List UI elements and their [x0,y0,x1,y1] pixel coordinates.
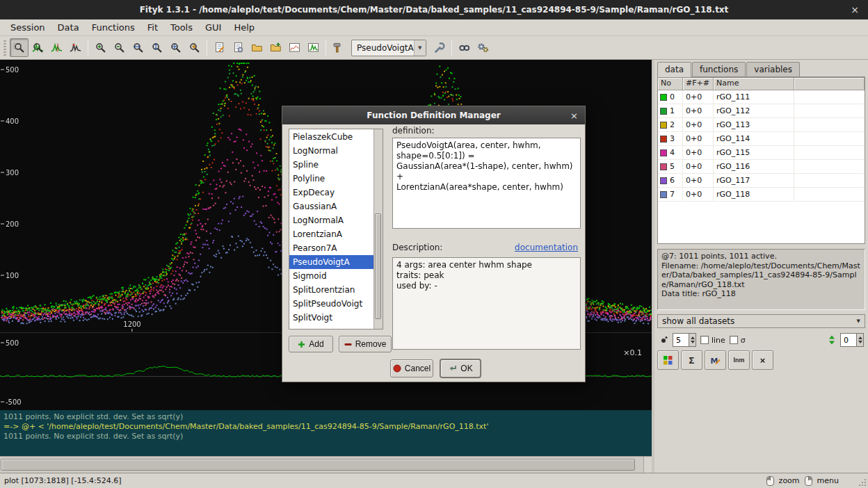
definition-textarea[interactable]: PseudoVoigtA(area, center, hwhm, shape=0… [392,138,581,229]
function-list-item[interactable]: Polyline [289,172,373,186]
dataset-row[interactable]: 10+0rGO_112 [658,104,865,118]
zoom-y-button[interactable] [147,38,166,57]
dataset-row[interactable]: 00+0rGO_111 [658,90,865,104]
scrollbar-thumb[interactable] [375,213,381,319]
add-function-button[interactable]: Add [289,336,333,352]
dataset-color-swatch[interactable] [660,177,667,184]
menu-item-tools[interactable]: Tools [164,20,199,35]
define-function-button[interactable] [430,38,449,57]
dataset-row[interactable]: 60+0rGO_117 [658,174,865,188]
zoom-previous-button[interactable] [185,38,204,57]
ok-button[interactable]: OK [440,359,481,377]
function-list-item[interactable]: PielaszekCube [289,130,373,144]
point-size-spinner[interactable]: 5 [673,333,696,347]
dataset-row[interactable]: 30+0rGO_114 [658,132,865,146]
dataset-row[interactable]: 70+0rGO_118 [658,188,865,202]
range-mode-button[interactable] [29,38,47,57]
baseline-mode-button[interactable] [66,38,85,57]
column-header-2[interactable]: Name [714,78,794,90]
dataset-color-swatch[interactable] [660,122,667,129]
data-transform-button[interactable] [329,38,348,57]
run-script-button[interactable] [229,38,248,57]
sum-datasets-button[interactable]: Σ [681,350,702,370]
dataset-row[interactable]: 50+0rGO_116 [658,160,865,174]
function-list-item[interactable]: LorentzianA [289,227,373,241]
edit-script-button[interactable] [210,38,229,57]
sidebar-tab-data[interactable]: data [657,62,691,77]
function-list-item[interactable]: LogNormal [289,144,373,158]
menu-item-functions[interactable]: Functions [86,20,141,35]
function-list-item[interactable]: ExpDecay [289,186,373,200]
zoom-x-button[interactable] [129,38,147,57]
dataset-row[interactable]: 20+0rGO_113 [658,118,865,132]
menu-item-fit[interactable]: Fit [141,20,164,35]
add-peak-mode-button[interactable] [47,38,66,57]
spin-up-icon[interactable] [691,336,695,339]
dataset-color-swatch[interactable] [660,136,667,143]
function-list-item[interactable]: Sigmoid [289,269,373,283]
resize-grip-icon[interactable] [858,478,867,487]
cancel-button[interactable]: Cancel [390,359,433,377]
dataset-colors-button[interactable] [657,350,679,370]
console[interactable]: 1011 points. No explicit std. dev. Set a… [0,410,652,456]
run-fit-button[interactable] [474,38,492,57]
edit-data-button[interactable]: M [705,350,726,370]
dataset-name-cell: rGO_112 [714,104,794,117]
horizontal-scrollbar[interactable] [0,456,652,473]
function-list-item[interactable]: GaussianA [289,200,373,213]
function-list-item[interactable]: SplitLorentzian [289,283,373,297]
function-list-item[interactable]: Pearson7A [289,241,373,255]
dialog-title-bar[interactable]: Function Definition Manager × [282,106,585,124]
transform-data-button[interactable]: lnm [728,350,750,370]
function-list-item[interactable]: SplitVoigt [289,311,373,325]
spin-down-icon[interactable] [691,341,695,343]
remove-function-button[interactable]: Remove [339,336,392,352]
chevron-down-icon[interactable]: ▼ [414,40,426,56]
spin-down-icon[interactable] [858,341,862,343]
dataset-color-swatch[interactable] [660,94,667,101]
line-checkbox[interactable]: line [700,336,725,345]
sidebar-tab-functions[interactable]: functions [692,62,746,77]
documentation-link[interactable]: documentation [515,243,578,252]
column-header-1[interactable]: #F+# [683,78,714,90]
menu-item-session[interactable]: Session [4,20,51,35]
function-list-scrollbar[interactable] [373,129,383,329]
dataset-color-swatch[interactable] [660,149,667,156]
open-data-button[interactable] [248,38,266,57]
export-peaks-button[interactable] [304,38,323,57]
function-type-combo[interactable]: PseudoVoigtA▼ [351,40,426,56]
column-header-0[interactable]: No [658,78,683,90]
delete-dataset-button[interactable]: × [752,350,773,370]
checkbox-box[interactable] [730,336,738,344]
toolbar-grip[interactable] [3,40,6,56]
sigma-checkbox[interactable]: σ [730,336,746,345]
show-datasets-combo[interactable]: show all datasets ▼ [657,314,865,328]
sidebar-tab-variables[interactable]: variables [746,62,800,77]
guess-peak-button[interactable] [455,38,474,57]
dataset-row[interactable]: 40+0rGO_115 [658,146,865,160]
function-list-item[interactable]: PseudoVoigtA [289,255,373,269]
function-list-item[interactable]: SplitPseudoVoigt [289,297,373,311]
checkbox-box[interactable] [700,336,709,344]
dataset-color-swatch[interactable] [660,163,667,170]
zoom-all-button[interactable] [166,38,185,57]
zoom-rect-mode-button[interactable] [10,38,29,57]
menu-item-data[interactable]: Data [51,20,86,35]
window-close-button[interactable]: × [851,5,859,15]
shift-spinner[interactable]: 0 [840,333,864,347]
spinner-arrows[interactable] [856,334,863,346]
append-data-button[interactable] [266,38,285,57]
zoom-out-button[interactable] [110,38,129,57]
menu-item-help[interactable]: Help [227,20,261,35]
zoom-in-button[interactable] [91,38,110,57]
scrollbar-thumb[interactable] [1,459,635,471]
dataset-color-swatch[interactable] [660,108,667,115]
function-list-item[interactable]: Spline [289,158,373,172]
dataset-color-swatch[interactable] [660,191,667,198]
save-image-button[interactable] [285,38,304,57]
function-list-item[interactable]: LogNormalA [289,213,373,227]
spin-up-icon[interactable] [858,336,862,339]
dialog-close-button[interactable]: × [570,111,578,121]
menu-item-gui[interactable]: GUI [199,20,227,35]
spinner-arrows[interactable] [689,334,696,346]
